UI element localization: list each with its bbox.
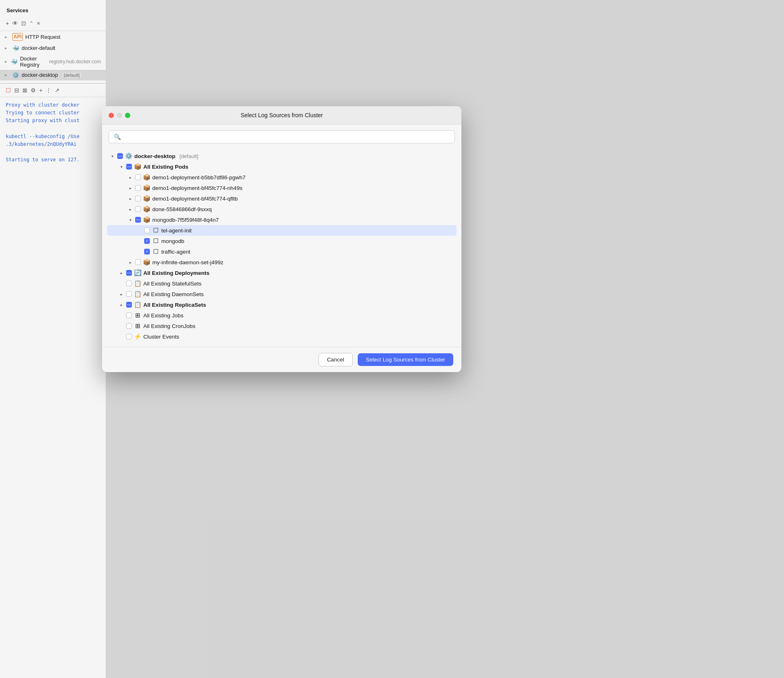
checkbox[interactable]: [135, 196, 141, 201]
tree-item[interactable]: ▸📦demo1-deployment-b5bb7df86-pgwh7: [107, 172, 457, 183]
cancel-button[interactable]: Cancel: [318, 353, 353, 366]
checkbox[interactable]: —: [126, 302, 132, 308]
tree-list: ▾—⚙️docker-desktop[default]▾—📦All Existi…: [102, 149, 461, 347]
expand-panel-icon[interactable]: ⊠: [22, 87, 27, 94]
pod-icon: 📦: [143, 259, 150, 266]
pod-icon: 📦: [143, 216, 150, 223]
maximize-button[interactable]: [125, 113, 130, 118]
tree-item[interactable]: ▸—📋All Existing ReplicaSets: [107, 299, 457, 310]
item-label: All Existing ReplicaSets: [143, 302, 206, 308]
item-label: done-55846866df-9sxxq: [152, 206, 212, 212]
list-icon[interactable]: ⊟: [14, 87, 19, 94]
checkbox[interactable]: [135, 174, 141, 180]
daemonset-icon: 📋: [134, 290, 141, 298]
tree-item[interactable]: ▸📦done-55846866df-9sxxq: [107, 204, 457, 214]
cluster-icon: ⚙️: [125, 152, 132, 160]
chevron-icon: ▸: [5, 46, 10, 50]
sidebar-item-http-request[interactable]: ▸ API HTTP Request: [0, 31, 106, 43]
chevron-icon: [118, 313, 124, 318]
console-line: Starting to serve on 127.: [6, 156, 100, 164]
tree-item[interactable]: ✓☐traffic-agent: [107, 246, 457, 257]
search-input[interactable]: [124, 134, 450, 140]
more-icon[interactable]: ⋮: [46, 87, 51, 94]
checkbox[interactable]: —: [126, 164, 132, 170]
add-service-icon[interactable]: +: [6, 20, 9, 27]
services-toolbar: + 👁 ⊡ ⌃ ×: [0, 18, 106, 31]
checkbox[interactable]: [135, 185, 141, 191]
item-label: docker-desktop: [134, 153, 176, 159]
chevron-icon: [136, 239, 142, 243]
tree-item[interactable]: ⊞All Existing CronJobs: [107, 321, 457, 331]
settings-icon[interactable]: ⚙: [31, 87, 36, 94]
console-line: kubectl --kubeconfig /Use: [6, 133, 100, 141]
sort-icon[interactable]: ⌃: [29, 20, 33, 26]
checkbox[interactable]: ✓: [144, 249, 150, 254]
tree-item[interactable]: ▾—⚙️docker-desktop[default]: [107, 151, 457, 161]
chevron-icon: [118, 281, 124, 286]
tree-item[interactable]: ▸📦my-infinite-daemon-set-j499z: [107, 257, 457, 268]
checkbox[interactable]: [126, 334, 132, 339]
close-icon[interactable]: ×: [37, 20, 40, 27]
item-label: All Existing Pods: [143, 164, 188, 170]
tree-item[interactable]: ⚡Cluster Events: [107, 331, 457, 342]
item-label: All Existing StatefulSets: [143, 281, 202, 287]
checkbox[interactable]: [126, 281, 132, 286]
docker-icon: 🐳: [11, 58, 18, 65]
minimize-button[interactable]: [117, 113, 122, 118]
tree-item[interactable]: ☐tel-agent-init: [107, 225, 457, 236]
close-button[interactable]: [109, 113, 114, 118]
checkbox[interactable]: [126, 312, 132, 318]
k8s-icon: ⚙️: [12, 72, 19, 78]
expand-icon[interactable]: ⊡: [21, 20, 26, 27]
chevron-icon: ▸: [127, 260, 133, 265]
chevron-icon: ▾: [127, 218, 133, 222]
console-line: Starting proxy with clust: [6, 117, 100, 125]
item-label: mongodb: [161, 238, 184, 244]
chevron-icon: ▸: [127, 186, 133, 190]
checkbox[interactable]: [135, 259, 141, 265]
tree-item[interactable]: ▸📋All Existing DaemonSets: [107, 289, 457, 299]
chevron-icon: ▸: [5, 35, 10, 39]
sidebar-item-docker-registry[interactable]: ▸ 🐳 Docker Registry registry.hub.docker.…: [0, 54, 106, 70]
stop-icon[interactable]: ☐: [6, 87, 11, 94]
item-label: All Existing CronJobs: [143, 323, 196, 329]
checkbox[interactable]: [135, 206, 141, 212]
tree-item[interactable]: ▸📦demo1-deployment-bf45fc774-nh49s: [107, 183, 457, 193]
checkbox[interactable]: —: [126, 270, 132, 276]
item-label: demo1-deployment-bf45fc774-nh49s: [152, 185, 243, 191]
add-icon[interactable]: +: [39, 87, 42, 94]
checkbox[interactable]: —: [135, 217, 141, 223]
chevron-icon: ▾: [118, 165, 124, 169]
sidebar-item-docker-desktop[interactable]: ▸ ⚙️ docker-desktop [default]: [0, 70, 106, 80]
service-label: HTTP Request: [25, 34, 60, 40]
checkbox[interactable]: —: [117, 153, 123, 159]
tree-item[interactable]: ✓☐mongodb: [107, 236, 457, 246]
confirm-button[interactable]: Select Log Sources from Cluster: [358, 353, 453, 366]
item-label: All Existing Deployments: [143, 270, 209, 276]
checkbox[interactable]: [144, 227, 150, 233]
item-label: my-infinite-daemon-set-j499z: [152, 259, 223, 265]
container-icon: ☐: [152, 237, 159, 245]
chevron-icon: ▸: [5, 73, 10, 77]
search-wrapper: 🔍: [109, 130, 455, 143]
cronjobs-icon: ⊞: [134, 322, 141, 330]
item-label: traffic-agent: [161, 249, 190, 255]
docker-icon: 🐳: [12, 45, 19, 51]
checkbox[interactable]: [126, 291, 132, 297]
checkbox[interactable]: [126, 323, 132, 329]
tree-item[interactable]: ▾—📦All Existing Pods: [107, 161, 457, 172]
container-icon: ☐: [152, 227, 159, 234]
tree-item[interactable]: ▾—📦mongodb-7f5f59f48f-8q4n7: [107, 214, 457, 225]
bottom-toolbar: ☐ ⊟ ⊠ ⚙ + ⋮ ↗: [0, 83, 106, 97]
eye-icon[interactable]: 👁: [12, 20, 18, 27]
events-icon: ⚡: [134, 333, 141, 340]
branch-icon[interactable]: ↗: [55, 87, 60, 94]
tree-item[interactable]: ▸📦demo1-deployment-bf45fc774-qfltb: [107, 193, 457, 204]
tree-item[interactable]: 📋All Existing StatefulSets: [107, 278, 457, 289]
tree-item[interactable]: ⊞All Existing Jobs: [107, 310, 457, 321]
tree-item[interactable]: ▸—🔄All Existing Deployments: [107, 268, 457, 278]
modal-dialog: Select Log Sources from Cluster 🔍 ▾—⚙️do…: [102, 106, 461, 372]
sidebar-item-docker-default[interactable]: ▸ 🐳 docker-default: [0, 43, 106, 54]
item-label: mongodb-7f5f59f48f-8q4n7: [152, 217, 219, 223]
checkbox[interactable]: ✓: [144, 238, 150, 244]
